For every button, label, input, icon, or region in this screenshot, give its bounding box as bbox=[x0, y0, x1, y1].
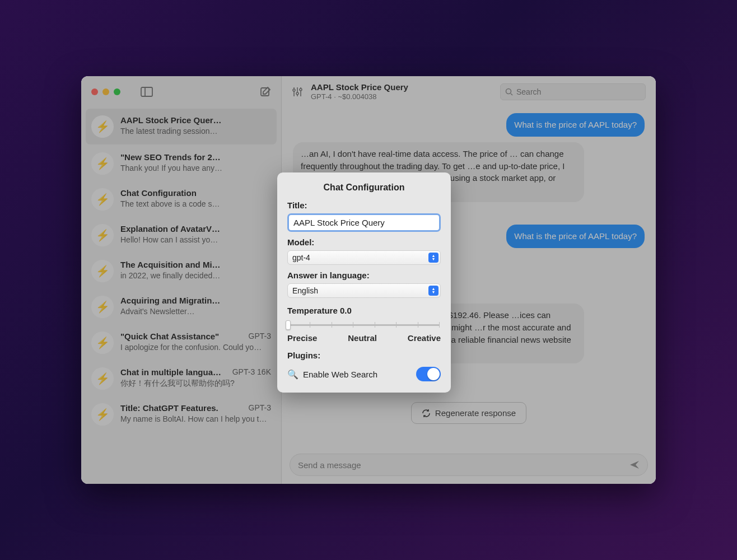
language-select[interactable]: English ▲▼ bbox=[287, 283, 441, 298]
temperature-label: Temperature 0.0 bbox=[287, 306, 441, 315]
slider-label-creative: Creative bbox=[408, 333, 441, 343]
title-label: Title: bbox=[287, 200, 441, 210]
plugins-label: Plugins: bbox=[287, 351, 441, 360]
chat-config-modal: Chat Configuration Title: Model: gpt-4 ▲… bbox=[277, 172, 451, 393]
title-input[interactable] bbox=[287, 213, 441, 232]
slider-label-precise: Precise bbox=[287, 333, 317, 343]
model-label: Model: bbox=[287, 237, 441, 247]
chevron-updown-icon: ▲▼ bbox=[428, 286, 439, 296]
chevron-updown-icon: ▲▼ bbox=[428, 253, 439, 263]
slider-thumb[interactable] bbox=[286, 320, 291, 330]
language-label: Answer in language: bbox=[287, 270, 441, 280]
plugin-row: 🔍 Enable Web Search bbox=[287, 367, 441, 381]
temperature-slider[interactable] bbox=[287, 321, 441, 329]
slider-label-neutral: Neutral bbox=[348, 333, 377, 343]
web-search-toggle[interactable] bbox=[416, 367, 441, 381]
magnifier-icon: 🔍 bbox=[287, 369, 298, 380]
plugin-web-label: Enable Web Search bbox=[303, 370, 377, 379]
modal-title: Chat Configuration bbox=[287, 183, 441, 193]
app-window: ⚡ AAPL Stock Price Quer… The latest trad… bbox=[81, 76, 656, 484]
model-select[interactable]: gpt-4 ▲▼ bbox=[287, 250, 441, 265]
